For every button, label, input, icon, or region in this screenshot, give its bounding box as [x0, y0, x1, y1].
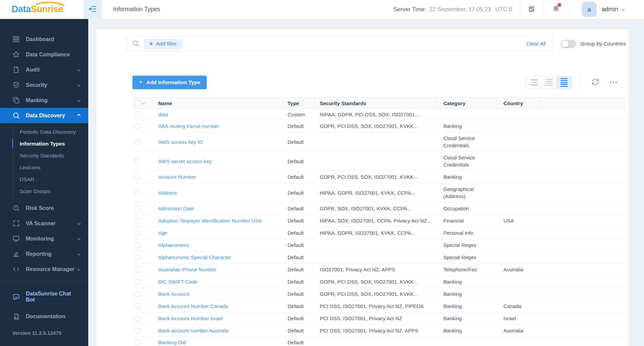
- info-type-name-link[interactable]: Bank account number Australia: [158, 328, 229, 333]
- sidebar-item-monitoring[interactable]: Monitoring: [0, 231, 88, 246]
- info-type-name-link[interactable]: Bank Account Number Israel: [158, 315, 223, 321]
- sidebar-item-masking[interactable]: Masking: [0, 93, 88, 108]
- group-by-countries-toggle[interactable]: [561, 40, 576, 48]
- sidebar-collapse-button[interactable]: [84, 0, 102, 19]
- clear-all-button[interactable]: Clear All: [526, 41, 546, 47]
- table-row: ABA routing transit number Default GDPR,…: [132, 120, 626, 132]
- density-compact-button[interactable]: [556, 76, 571, 89]
- info-type-name-link[interactable]: Account Number: [158, 174, 196, 180]
- table-row: Adoption Taxpayer Identification Number …: [132, 215, 626, 227]
- column-header-category[interactable]: Category: [437, 98, 497, 109]
- cell-type: Default: [283, 139, 315, 145]
- info-type-name-link[interactable]: Australian Phone Number: [158, 267, 217, 272]
- refresh-button[interactable]: [590, 76, 601, 89]
- row-checkbox[interactable]: [135, 255, 140, 260]
- column-header-name[interactable]: Name: [150, 98, 283, 109]
- chevron-down-icon: [622, 8, 625, 11]
- info-type-name-link[interactable]: Adoption Taxpayer Identification Number …: [158, 218, 262, 224]
- select-menu-chevron-icon[interactable]: [142, 101, 145, 104]
- column-header-type[interactable]: Type: [283, 98, 315, 109]
- sidebar-item-documentation[interactable]: DOC Documentation: [0, 309, 88, 324]
- row-checkbox[interactable]: [135, 243, 140, 248]
- column-header-security-standards[interactable]: Security Standards: [315, 98, 437, 109]
- info-type-name-link[interactable]: Address: [158, 190, 177, 196]
- row-checkbox[interactable]: [135, 328, 140, 333]
- row-checkbox[interactable]: [135, 279, 140, 285]
- sidebar-item-data-compliance[interactable]: Data Compliance: [0, 47, 88, 62]
- sidebar-subitem-security-standards[interactable]: Security Standards: [0, 150, 88, 161]
- info-type-name-link[interactable]: Alphanumeric Special Character: [158, 254, 231, 260]
- info-type-name-link[interactable]: BIC SWIFT Code: [158, 279, 198, 285]
- sidebar-subitem-periodic-data-discovery[interactable]: Periodic Data Discovery: [0, 126, 88, 138]
- notification-badge: [557, 3, 561, 7]
- cell-category: Banking: [437, 120, 497, 132]
- row-checkbox[interactable]: [135, 206, 140, 211]
- sidebar-item-label: Risk Score: [26, 205, 54, 211]
- more-actions-button[interactable]: •••: [608, 78, 619, 87]
- information-types-table: Name Type Security Standards Category Co…: [132, 97, 626, 346]
- cell-type: Default: [283, 267, 315, 272]
- notifications-button[interactable]: [543, 0, 569, 19]
- info-type-name-link[interactable]: Admission Date: [158, 206, 194, 211]
- info-type-name-link[interactable]: AWS secret access key: [158, 158, 211, 164]
- version-label: Version 11.2.5.12475: [0, 330, 88, 336]
- sidebar-subitem-scan-groups[interactable]: Scan Groups: [0, 185, 88, 197]
- info-type-name-link[interactable]: AWS access key ID: [158, 139, 203, 145]
- density-comfortable-button[interactable]: [527, 76, 541, 89]
- row-checkbox[interactable]: [135, 123, 140, 129]
- sidebar-item-dashboard[interactable]: Dashboard: [0, 32, 88, 47]
- row-checkbox[interactable]: [135, 190, 140, 195]
- row-checkbox[interactable]: [135, 230, 140, 236]
- plus-icon: +: [149, 40, 153, 47]
- user-menu[interactable]: a admin: [570, 2, 644, 17]
- datasunrise-logo[interactable]: DataSunrise: [12, 4, 63, 15]
- sidebar-item-data-discovery[interactable]: Data Discovery: [0, 108, 88, 123]
- monitor-icon: [12, 235, 20, 243]
- row-checkbox[interactable]: [135, 218, 140, 224]
- row-checkbox[interactable]: [135, 158, 140, 164]
- info-type-name-link[interactable]: ABA routing transit number: [158, 123, 219, 129]
- column-header-country[interactable]: Country: [497, 98, 539, 109]
- cell-security-standards: GDPR, PCI DSS, SOX, ISO27001, KVKK...: [315, 279, 437, 285]
- density-medium-button[interactable]: [541, 76, 556, 89]
- row-checkbox[interactable]: [135, 174, 140, 180]
- info-type-name-link[interactable]: Bank Account Number Canada: [158, 303, 228, 309]
- sidebar-item-va-scanner[interactable]: VA Scanner: [0, 216, 88, 231]
- row-checkbox[interactable]: [135, 267, 140, 272]
- tasks-button[interactable]: [520, 0, 543, 19]
- file-icon: [12, 66, 20, 74]
- row-checkbox[interactable]: [135, 304, 140, 309]
- sidebar-item-reporting[interactable]: Reporting: [0, 246, 88, 262]
- add-information-type-button[interactable]: + Add Information Type: [132, 76, 207, 89]
- chevron-down-icon: [77, 268, 81, 271]
- info-type-name-link[interactable]: Alphanumeric: [158, 242, 189, 248]
- info-type-name-link[interactable]: Age: [158, 230, 167, 236]
- sidebar-item-label: Masking: [26, 97, 48, 103]
- sidebar-item-chatbot[interactable]: DataSunrise Chat Bot: [0, 289, 88, 304]
- info-type-name-link[interactable]: data: [158, 112, 168, 117]
- sidebar-item-resource-manager[interactable]: Resource Manager: [0, 262, 88, 277]
- row-checkbox[interactable]: [135, 112, 140, 117]
- copy-icon: [12, 96, 20, 104]
- add-filter-button[interactable]: + Add filter: [144, 39, 182, 49]
- row-checkbox[interactable]: [135, 139, 140, 145]
- table-row: Age Default HIPAA, GDPR, ISO27001, KVKK,…: [132, 227, 626, 239]
- info-type-name-link[interactable]: Bank Account: [158, 291, 189, 297]
- row-checkbox[interactable]: [135, 291, 140, 297]
- table-row: Admission Date Default GDPR, SOX, ISO270…: [132, 203, 626, 215]
- row-checkbox[interactable]: [135, 316, 140, 321]
- sidebar-item-security[interactable]: Security: [0, 77, 88, 93]
- cell-security-standards: HIPAA, GDPR, ISO27001, KVKK, CCPA...: [315, 230, 437, 236]
- row-density-switcher: [526, 76, 572, 89]
- sidebar-subitem-lexicons[interactable]: Lexicons: [0, 161, 88, 173]
- filter-search-bar[interactable]: + Add filter Clear All: [127, 36, 552, 51]
- sidebar-subitem-dsar[interactable]: DSAR: [0, 173, 88, 185]
- sidebar-item-risk-score[interactable]: Risk Score: [0, 200, 88, 216]
- row-checkbox[interactable]: [135, 340, 140, 345]
- content-card: + Add filter Clear All Group by Countrie…: [96, 29, 629, 346]
- sidebar-item-label: Audit: [26, 67, 40, 73]
- sidebar-item-audit[interactable]: Audit: [0, 62, 88, 77]
- info-type-name-link[interactable]: Banking Old: [158, 340, 186, 345]
- select-all-checkbox[interactable]: [135, 100, 140, 106]
- sidebar-subitem-information-types[interactable]: Information Types: [0, 138, 88, 150]
